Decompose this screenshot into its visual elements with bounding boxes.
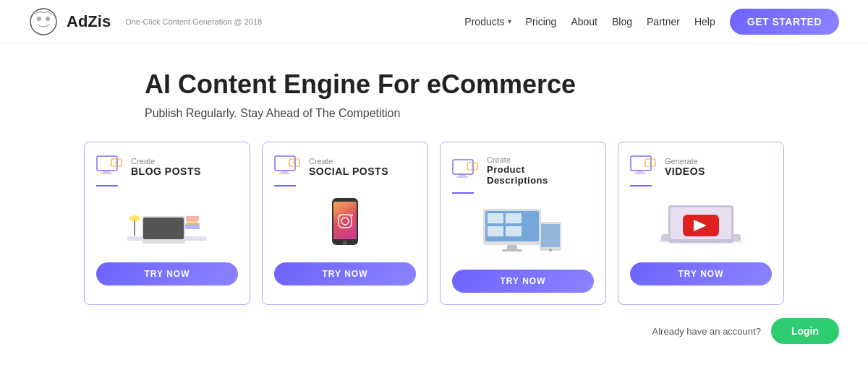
card-label-group: Create BLOG POSTS — [131, 157, 201, 177]
svg-rect-18 — [278, 173, 290, 174]
card-social-posts: Create SOCIAL POSTS — [262, 142, 428, 305]
card-header: Create ProductDescriptions — [452, 155, 548, 186]
svg-rect-3 — [97, 156, 117, 171]
login-button[interactable]: Login — [771, 318, 839, 344]
navbar-right: Products ▾ Pricing About Blog Partner He… — [464, 9, 839, 35]
svg-rect-45 — [637, 171, 644, 173]
social-illustration — [316, 194, 374, 252]
svg-rect-5 — [101, 173, 112, 174]
card-title: ProductDescriptions — [487, 164, 548, 186]
video-illustration — [650, 194, 752, 252]
card-title: VIDEOS — [665, 166, 705, 177]
card-header: Generate VIDEOS — [630, 155, 705, 179]
svg-rect-39 — [507, 245, 517, 249]
card-image-blog — [96, 192, 238, 254]
svg-rect-28 — [453, 160, 473, 174]
svg-rect-15 — [186, 216, 199, 220]
svg-point-26 — [351, 214, 353, 216]
svg-rect-37 — [488, 226, 503, 236]
hero-title: AI Content Engine For eCommerce — [145, 69, 868, 100]
svg-point-1 — [37, 17, 41, 21]
svg-point-32 — [471, 165, 474, 168]
svg-rect-10 — [143, 218, 184, 239]
card-label-group: Generate VIDEOS — [665, 157, 705, 177]
svg-point-43 — [549, 249, 552, 252]
svg-point-27 — [343, 241, 347, 245]
card-label-group: Create SOCIAL POSTS — [309, 157, 388, 177]
svg-point-7 — [115, 161, 118, 164]
product-illustration — [476, 202, 570, 259]
nav-about[interactable]: About — [571, 16, 597, 27]
card-header: Create BLOG POSTS — [96, 155, 201, 179]
svg-point-12 — [129, 215, 140, 221]
card-image-video — [630, 192, 772, 254]
svg-rect-4 — [103, 171, 110, 173]
card-image-product — [452, 199, 594, 261]
try-now-button-social[interactable]: TRY NOW — [274, 262, 416, 285]
card-blog-posts: Create BLOG POSTS TRY NOW — [84, 142, 250, 305]
svg-rect-16 — [275, 156, 295, 171]
card-action: Create — [131, 157, 201, 166]
svg-point-2 — [46, 17, 50, 21]
account-text: Already have an account? — [652, 326, 761, 337]
logo-text: AdZis — [67, 12, 111, 31]
tagline: One-Click Content Generation @ 2018 — [125, 17, 262, 26]
svg-rect-17 — [281, 171, 288, 173]
card-label-group: Create ProductDescriptions — [487, 155, 548, 186]
navbar-left: AdZis One-Click Content Generation @ 201… — [29, 7, 262, 36]
svg-rect-36 — [506, 213, 522, 223]
nav-products[interactable]: Products ▾ — [464, 16, 511, 27]
svg-point-48 — [649, 161, 652, 164]
svg-rect-23 — [333, 202, 357, 239]
card-header: Create SOCIAL POSTS — [274, 155, 388, 179]
get-started-button[interactable]: GET STARTED — [730, 9, 839, 35]
navbar: AdZis One-Click Content Generation @ 201… — [0, 0, 868, 43]
chevron-down-icon: ▾ — [508, 17, 511, 25]
card-action: Create — [487, 155, 548, 164]
nav-partner[interactable]: Partner — [647, 16, 680, 27]
svg-rect-14 — [187, 220, 198, 225]
nav-help[interactable]: Help — [694, 16, 715, 27]
logo-icon — [29, 7, 58, 36]
svg-rect-35 — [488, 213, 503, 223]
svg-rect-29 — [459, 174, 466, 176]
svg-rect-44 — [631, 156, 651, 171]
cards-section: Create BLOG POSTS TRY NOW — [0, 127, 868, 305]
try-now-button-blog[interactable]: TRY NOW — [96, 262, 238, 285]
svg-rect-38 — [506, 226, 522, 236]
card-videos: Generate VIDEOS TRY NOW — [618, 142, 784, 305]
monitor-icon — [274, 155, 302, 179]
monitor-icon — [630, 155, 658, 179]
card-title-underline — [452, 192, 474, 194]
card-title-underline — [96, 185, 118, 186]
hero-section: AI Content Engine For eCommerce Publish … — [0, 43, 868, 127]
products-label: Products — [464, 16, 504, 27]
monitor-icon — [96, 155, 124, 179]
blog-illustration — [120, 194, 214, 252]
svg-rect-40 — [502, 249, 522, 252]
card-action: Create — [309, 157, 388, 166]
card-title-underline — [274, 185, 296, 186]
hero-subtitle: Publish Regularly. Stay Ahead of The Com… — [145, 107, 868, 120]
try-now-button-video[interactable]: TRY NOW — [630, 262, 772, 285]
card-title-underline — [630, 185, 652, 186]
card-title: SOCIAL POSTS — [309, 166, 388, 177]
svg-rect-46 — [634, 173, 646, 174]
monitor-icon — [452, 159, 480, 182]
card-action: Generate — [665, 157, 705, 166]
nav-blog[interactable]: Blog — [612, 16, 632, 27]
card-title: BLOG POSTS — [131, 166, 201, 177]
try-now-button-product[interactable]: TRY NOW — [452, 270, 594, 293]
nav-pricing[interactable]: Pricing — [526, 16, 557, 27]
card-product-descriptions: Create ProductDescriptions — [440, 142, 606, 305]
card-image-social — [274, 192, 416, 254]
svg-point-0 — [30, 9, 56, 35]
svg-rect-42 — [541, 224, 560, 247]
svg-point-20 — [293, 161, 296, 164]
svg-rect-30 — [456, 176, 468, 178]
footer-bar: Already have an account? Login — [0, 305, 868, 344]
